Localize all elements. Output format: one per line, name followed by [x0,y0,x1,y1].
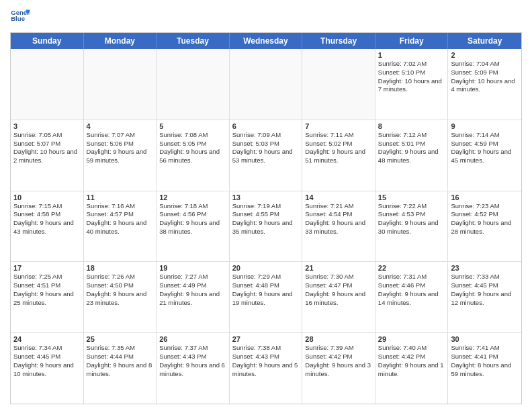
day-info: Sunrise: 7:12 AM Sunset: 5:01 PM Dayligh… [378,131,445,165]
calendar-cell: 14Sunrise: 7:21 AM Sunset: 4:54 PM Dayli… [302,191,375,262]
calendar-cell: 26Sunrise: 7:37 AM Sunset: 4:43 PM Dayli… [157,333,230,404]
day-number: 11 [87,193,154,201]
calendar-body: 1Sunrise: 7:02 AM Sunset: 5:10 PM Daylig… [11,49,521,404]
calendar-row-3: 10Sunrise: 7:15 AM Sunset: 4:58 PM Dayli… [11,191,521,262]
day-number: 26 [159,335,226,343]
calendar-cell: 20Sunrise: 7:29 AM Sunset: 4:48 PM Dayli… [230,262,303,332]
day-number: 23 [451,264,519,272]
day-number: 28 [305,335,372,343]
calendar-header: SundayMondayTuesdayWednesdayThursdayFrid… [11,33,521,49]
calendar-cell: 27Sunrise: 7:38 AM Sunset: 4:43 PM Dayli… [230,333,303,404]
header-day-saturday: Saturday [448,33,521,49]
calendar-cell: 13Sunrise: 7:19 AM Sunset: 4:55 PM Dayli… [230,191,303,262]
day-info: Sunrise: 7:11 AM Sunset: 5:02 PM Dayligh… [305,131,372,165]
day-number: 24 [13,335,81,343]
day-number: 18 [87,264,154,272]
day-info: Sunrise: 7:22 AM Sunset: 4:53 PM Dayligh… [378,202,445,236]
header-day-monday: Monday [84,33,157,49]
logo: General Blue [10,7,30,27]
calendar-cell: 5Sunrise: 7:08 AM Sunset: 5:05 PM Daylig… [157,120,230,191]
day-number: 21 [305,264,372,272]
day-info: Sunrise: 7:08 AM Sunset: 5:05 PM Dayligh… [159,131,226,165]
day-info: Sunrise: 7:19 AM Sunset: 4:55 PM Dayligh… [232,202,300,236]
calendar-cell: 3Sunrise: 7:05 AM Sunset: 5:07 PM Daylig… [11,120,84,191]
day-number: 14 [305,193,372,201]
day-info: Sunrise: 7:05 AM Sunset: 5:07 PM Dayligh… [13,131,81,165]
calendar-cell: 15Sunrise: 7:22 AM Sunset: 4:53 PM Dayli… [375,191,449,262]
calendar-row-4: 17Sunrise: 7:25 AM Sunset: 4:51 PM Dayli… [11,261,521,332]
calendar-cell: 9Sunrise: 7:14 AM Sunset: 4:59 PM Daylig… [448,120,521,191]
day-number: 13 [232,193,300,201]
header-day-sunday: Sunday [11,33,84,49]
svg-text:Blue: Blue [11,15,25,22]
calendar-cell: 7Sunrise: 7:11 AM Sunset: 5:02 PM Daylig… [302,120,375,191]
calendar: SundayMondayTuesdayWednesdayThursdayFrid… [10,32,522,404]
header-day-thursday: Thursday [302,33,375,49]
calendar-cell: 16Sunrise: 7:23 AM Sunset: 4:52 PM Dayli… [448,191,521,262]
day-info: Sunrise: 7:09 AM Sunset: 5:03 PM Dayligh… [232,131,300,165]
calendar-cell: 24Sunrise: 7:34 AM Sunset: 4:45 PM Dayli… [11,333,84,404]
day-info: Sunrise: 7:23 AM Sunset: 4:52 PM Dayligh… [451,202,519,236]
day-info: Sunrise: 7:41 AM Sunset: 4:41 PM Dayligh… [451,344,519,378]
page-header: General Blue [10,7,522,27]
calendar-cell: 4Sunrise: 7:07 AM Sunset: 5:06 PM Daylig… [84,120,157,191]
day-info: Sunrise: 7:37 AM Sunset: 4:43 PM Dayligh… [159,344,226,378]
calendar-cell: 11Sunrise: 7:16 AM Sunset: 4:57 PM Dayli… [84,191,157,262]
calendar-cell [157,49,230,120]
day-number: 4 [87,122,154,130]
day-info: Sunrise: 7:25 AM Sunset: 4:51 PM Dayligh… [13,273,81,307]
day-number: 9 [451,122,519,130]
calendar-cell: 23Sunrise: 7:33 AM Sunset: 4:45 PM Dayli… [448,262,521,332]
calendar-cell: 30Sunrise: 7:41 AM Sunset: 4:41 PM Dayli… [448,333,521,404]
day-number: 16 [451,193,519,201]
day-info: Sunrise: 7:27 AM Sunset: 4:49 PM Dayligh… [159,273,226,307]
calendar-cell: 8Sunrise: 7:12 AM Sunset: 5:01 PM Daylig… [375,120,449,191]
day-number: 17 [13,264,81,272]
day-number: 22 [378,264,445,272]
day-info: Sunrise: 7:04 AM Sunset: 5:09 PM Dayligh… [451,60,519,94]
header-day-tuesday: Tuesday [157,33,230,49]
day-info: Sunrise: 7:31 AM Sunset: 4:46 PM Dayligh… [378,273,445,307]
day-number: 27 [232,335,300,343]
calendar-row-2: 3Sunrise: 7:05 AM Sunset: 5:07 PM Daylig… [11,120,521,191]
calendar-cell: 19Sunrise: 7:27 AM Sunset: 4:49 PM Dayli… [157,262,230,332]
header-day-wednesday: Wednesday [230,33,303,49]
calendar-row-1: 1Sunrise: 7:02 AM Sunset: 5:10 PM Daylig… [11,49,521,120]
day-info: Sunrise: 7:07 AM Sunset: 5:06 PM Dayligh… [87,131,154,165]
day-info: Sunrise: 7:14 AM Sunset: 4:59 PM Dayligh… [451,131,519,165]
day-info: Sunrise: 7:29 AM Sunset: 4:48 PM Dayligh… [232,273,300,307]
day-number: 8 [378,122,445,130]
day-info: Sunrise: 7:30 AM Sunset: 4:47 PM Dayligh… [305,273,372,307]
calendar-cell [302,49,375,120]
calendar-cell: 17Sunrise: 7:25 AM Sunset: 4:51 PM Dayli… [11,262,84,332]
calendar-cell: 25Sunrise: 7:35 AM Sunset: 4:44 PM Dayli… [84,333,157,404]
day-info: Sunrise: 7:15 AM Sunset: 4:58 PM Dayligh… [13,202,81,236]
calendar-cell [230,49,303,120]
day-info: Sunrise: 7:21 AM Sunset: 4:54 PM Dayligh… [305,202,372,236]
calendar-cell: 21Sunrise: 7:30 AM Sunset: 4:47 PM Dayli… [302,262,375,332]
day-info: Sunrise: 7:33 AM Sunset: 4:45 PM Dayligh… [451,273,519,307]
calendar-cell: 12Sunrise: 7:18 AM Sunset: 4:56 PM Dayli… [157,191,230,262]
day-info: Sunrise: 7:18 AM Sunset: 4:56 PM Dayligh… [159,202,226,236]
calendar-cell: 10Sunrise: 7:15 AM Sunset: 4:58 PM Dayli… [11,191,84,262]
header-day-friday: Friday [375,33,449,49]
day-number: 5 [159,122,226,130]
calendar-cell: 1Sunrise: 7:02 AM Sunset: 5:10 PM Daylig… [375,49,449,120]
calendar-cell: 6Sunrise: 7:09 AM Sunset: 5:03 PM Daylig… [230,120,303,191]
day-number: 29 [378,335,445,343]
day-info: Sunrise: 7:38 AM Sunset: 4:43 PM Dayligh… [232,344,300,378]
calendar-cell [11,49,84,120]
day-number: 7 [305,122,372,130]
day-number: 6 [232,122,300,130]
day-number: 19 [159,264,226,272]
day-number: 12 [159,193,226,201]
day-info: Sunrise: 7:39 AM Sunset: 4:42 PM Dayligh… [305,344,372,378]
day-number: 30 [451,335,519,343]
day-number: 2 [451,51,519,59]
day-info: Sunrise: 7:02 AM Sunset: 5:10 PM Dayligh… [378,60,445,94]
calendar-cell: 29Sunrise: 7:40 AM Sunset: 4:42 PM Dayli… [375,333,449,404]
calendar-row-5: 24Sunrise: 7:34 AM Sunset: 4:45 PM Dayli… [11,332,521,404]
day-number: 1 [378,51,445,59]
calendar-cell: 28Sunrise: 7:39 AM Sunset: 4:42 PM Dayli… [302,333,375,404]
day-info: Sunrise: 7:16 AM Sunset: 4:57 PM Dayligh… [87,202,154,236]
